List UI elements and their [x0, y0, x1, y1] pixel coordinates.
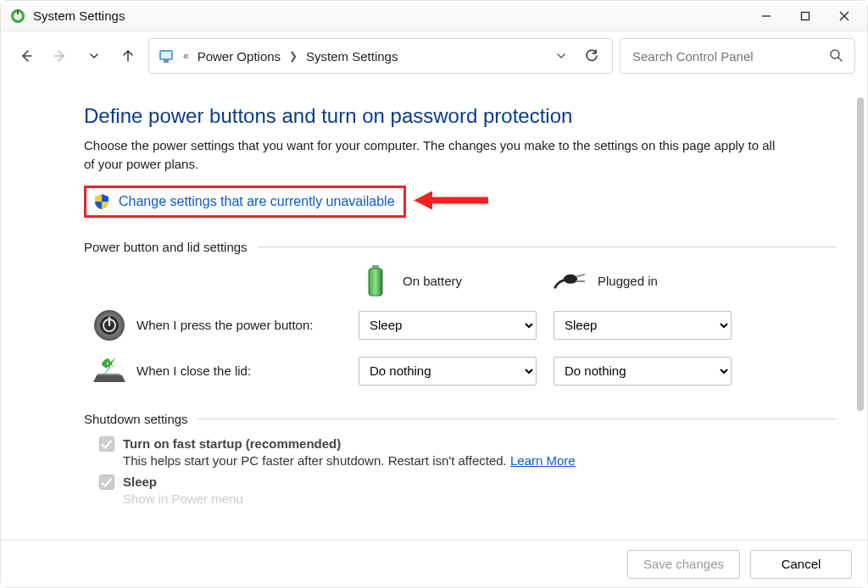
shutdown-settings-list: Turn on fast startup (recommended) This …	[99, 436, 837, 506]
app-icon	[9, 8, 26, 25]
checkbox-label: Turn on fast startup (recommended)	[123, 436, 341, 451]
col-on-battery: On battery	[359, 264, 554, 298]
search-input[interactable]	[631, 48, 829, 64]
section-title-text: Shutdown settings	[84, 412, 188, 426]
window-controls	[747, 3, 864, 30]
maximize-button[interactable]	[786, 3, 825, 30]
titlebar: System Settings	[1, 1, 867, 31]
svg-marker-27	[97, 374, 122, 375]
section-header-power-button: Power button and lid settings	[84, 240, 837, 254]
checkbox-icon[interactable]	[99, 474, 114, 490]
checkbox-label: Sleep	[123, 474, 157, 489]
checkbox-desc: This helps start your PC faster after sh…	[123, 453, 837, 468]
svg-line-20	[576, 274, 584, 276]
laptop-lid-icon	[91, 352, 128, 390]
svg-point-19	[564, 274, 577, 283]
svg-rect-17	[372, 265, 379, 269]
breadcrumb-item[interactable]: System Settings	[301, 47, 403, 65]
checkbox-desc-partial: Show in Power menu	[123, 491, 837, 506]
back-button[interactable]	[13, 42, 40, 69]
window: System Settings	[0, 0, 868, 588]
breadcrumb-prefix: «	[183, 50, 189, 62]
row-label: When I close the lid:	[136, 363, 359, 378]
save-button[interactable]: Save changes	[627, 550, 740, 579]
up-button[interactable]	[114, 42, 142, 69]
checkbox-icon[interactable]	[99, 436, 114, 452]
svg-rect-11	[161, 52, 171, 58]
address-bar[interactable]: « Power Options ❯ System Settings	[148, 38, 613, 74]
page-title: Define power buttons and turn on passwor…	[84, 104, 837, 128]
address-dropdown-button[interactable]	[548, 42, 575, 69]
svg-rect-18	[369, 269, 382, 296]
cancel-button[interactable]: Cancel	[750, 550, 852, 579]
search-icon	[829, 48, 844, 64]
chevron-right-icon: ❯	[289, 50, 298, 62]
section-title-text: Power button and lid settings	[84, 240, 248, 254]
svg-rect-12	[164, 60, 169, 63]
recent-locations-button[interactable]	[81, 42, 108, 69]
svg-rect-2	[17, 9, 19, 14]
close-button[interactable]	[825, 3, 864, 30]
uac-shield-icon	[93, 193, 110, 210]
content-scroll[interactable]: Define power buttons and turn on passwor…	[1, 80, 854, 540]
annotation-highlight: Change settings that are currently unava…	[84, 186, 406, 218]
checkbox-sleep: Sleep	[99, 474, 837, 490]
svg-line-14	[838, 58, 842, 61]
control-panel-icon	[156, 46, 176, 66]
power-button-battery-select[interactable]: Sleep	[359, 311, 537, 340]
navbar: « Power Options ❯ System Settings	[1, 31, 867, 80]
power-button-plugged-select[interactable]: Sleep	[554, 311, 732, 340]
content-area: Define power buttons and turn on passwor…	[1, 80, 867, 540]
checkbox-fast-startup: Turn on fast startup (recommended)	[99, 436, 837, 452]
svg-rect-4	[802, 12, 810, 19]
plug-icon	[554, 264, 587, 298]
col-label: On battery	[403, 274, 462, 288]
section-header-shutdown: Shutdown settings	[84, 412, 837, 426]
learn-more-link[interactable]: Learn More	[510, 453, 576, 468]
row-label: When I press the power button:	[136, 318, 359, 332]
col-plugged-in: Plugged in	[554, 264, 748, 298]
close-lid-plugged-select[interactable]: Do nothing	[554, 357, 732, 386]
vertical-scrollbar[interactable]	[857, 97, 864, 411]
row-close-lid: When I close the lid: Do nothing Do noth…	[84, 352, 837, 390]
svg-marker-16	[414, 191, 432, 209]
bottom-bar: Save changes Cancel	[1, 540, 867, 587]
svg-marker-26	[93, 375, 125, 382]
change-settings-link[interactable]: Change settings that are currently unava…	[119, 194, 395, 209]
breadcrumb-item[interactable]: Power Options	[192, 47, 286, 65]
column-headers: On battery Plugged in	[84, 264, 837, 298]
refresh-button[interactable]	[578, 42, 605, 69]
close-lid-battery-select[interactable]: Do nothing	[359, 357, 537, 386]
col-label: Plugged in	[598, 274, 658, 288]
page-subheading: Choose the power settings that you want …	[84, 136, 779, 174]
forward-button[interactable]	[47, 42, 74, 69]
search-box[interactable]	[620, 38, 855, 74]
power-button-icon	[91, 307, 128, 344]
minimize-button[interactable]	[747, 3, 786, 30]
battery-icon	[359, 264, 392, 298]
annotation-arrow	[414, 187, 490, 215]
row-power-button: When I press the power button: Sleep Sle…	[84, 307, 837, 344]
window-title: System Settings	[33, 8, 125, 23]
